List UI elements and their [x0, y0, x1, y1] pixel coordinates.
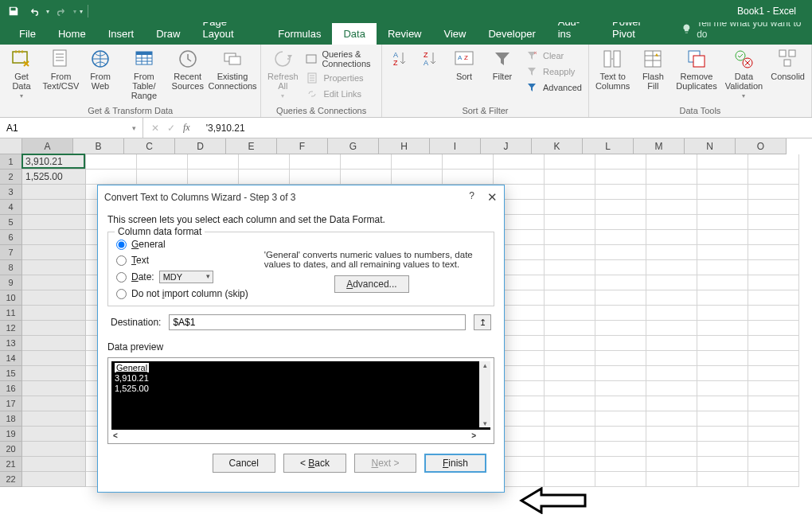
cell[interactable] — [748, 366, 799, 381]
cell[interactable] — [595, 457, 646, 472]
edit-links-button[interactable]: Edit Links — [306, 86, 375, 102]
cell[interactable] — [646, 185, 697, 200]
cell[interactable] — [697, 170, 748, 185]
cell[interactable] — [22, 336, 86, 351]
cell[interactable] — [545, 396, 595, 411]
cell[interactable] — [595, 185, 646, 200]
cell[interactable] — [595, 275, 646, 290]
cell[interactable] — [188, 154, 239, 170]
cell[interactable] — [545, 245, 595, 260]
cell[interactable] — [646, 245, 697, 260]
column-header[interactable]: N — [685, 138, 736, 154]
cell[interactable] — [22, 351, 86, 366]
from-text-csv-button[interactable]: From Text/CSV — [45, 48, 77, 91]
properties-button[interactable]: Properties — [306, 70, 375, 86]
flash-fill-button[interactable]: Flash Fill — [638, 48, 668, 91]
row-header[interactable]: 6 — [0, 230, 22, 245]
row-header[interactable]: 13 — [0, 336, 22, 351]
row-header[interactable]: 22 — [0, 472, 22, 487]
cell[interactable] — [392, 154, 443, 170]
cell[interactable] — [595, 336, 646, 351]
cell[interactable] — [239, 154, 290, 170]
cell[interactable] — [595, 260, 646, 275]
sort-button[interactable]: AZSort — [449, 48, 479, 81]
cell[interactable] — [646, 411, 697, 427]
cell[interactable] — [748, 321, 799, 336]
cell[interactable] — [341, 170, 392, 185]
cell[interactable] — [545, 230, 595, 245]
destination-input[interactable] — [169, 314, 466, 330]
column-header[interactable]: K — [532, 138, 583, 154]
row-header[interactable]: 8 — [0, 260, 22, 275]
cell[interactable] — [748, 275, 799, 290]
row-header[interactable]: 7 — [0, 245, 22, 260]
cell[interactable] — [697, 336, 748, 351]
cell[interactable] — [595, 366, 646, 381]
cell[interactable] — [137, 154, 188, 170]
cell[interactable] — [545, 215, 595, 230]
cell[interactable] — [22, 366, 86, 381]
cell[interactable] — [22, 321, 86, 336]
cell[interactable] — [646, 472, 697, 487]
select-all-corner[interactable] — [0, 138, 22, 154]
cell[interactable] — [22, 230, 86, 245]
cell[interactable] — [748, 245, 799, 260]
column-header[interactable]: J — [481, 138, 532, 154]
formula-value[interactable]: '3,910.21 — [198, 123, 245, 134]
column-header[interactable]: O — [736, 138, 787, 154]
cell[interactable] — [646, 306, 697, 321]
column-header[interactable]: G — [328, 138, 379, 154]
cell[interactable] — [697, 275, 748, 290]
cell[interactable] — [697, 230, 748, 245]
cell[interactable] — [748, 185, 799, 200]
name-box[interactable]: A1▾ — [0, 118, 143, 138]
cell[interactable] — [646, 457, 697, 472]
cell[interactable] — [545, 275, 595, 290]
column-header[interactable]: B — [73, 138, 124, 154]
cell[interactable] — [646, 381, 697, 396]
enter-formula-icon[interactable]: ✓ — [167, 123, 175, 134]
cell[interactable] — [290, 154, 341, 170]
tab-developer[interactable]: Developer — [477, 23, 546, 45]
from-table-range-button[interactable]: From Table/ Range — [123, 48, 165, 100]
cell[interactable] — [646, 396, 697, 411]
cell[interactable] — [86, 154, 137, 170]
cell[interactable] — [545, 185, 595, 200]
cell[interactable] — [545, 260, 595, 275]
cell[interactable] — [545, 290, 595, 306]
cell[interactable] — [697, 351, 748, 366]
row-header[interactable]: 16 — [0, 381, 22, 396]
cell[interactable] — [22, 290, 86, 306]
cell[interactable] — [697, 185, 748, 200]
text-to-columns-button[interactable]: Text to Columns — [595, 48, 630, 91]
row-header[interactable]: 5 — [0, 215, 22, 230]
cell[interactable] — [646, 230, 697, 245]
cell[interactable] — [697, 396, 748, 411]
column-header[interactable]: L — [583, 138, 634, 154]
cell[interactable] — [748, 472, 799, 487]
row-header[interactable]: 19 — [0, 427, 22, 442]
cell[interactable] — [595, 215, 646, 230]
tab-formulas[interactable]: Formulas — [267, 23, 332, 45]
queries-connections-button[interactable]: Queries & Connections — [306, 48, 375, 70]
cell[interactable] — [646, 290, 697, 306]
row-header[interactable]: 4 — [0, 200, 22, 215]
cell[interactable] — [545, 154, 595, 170]
remove-duplicates-button[interactable]: Remove Duplicates — [676, 48, 716, 91]
cell[interactable] — [748, 230, 799, 245]
cell[interactable] — [748, 427, 799, 442]
close-icon[interactable]: ✕ — [487, 190, 498, 205]
radio-general-label[interactable]: General — [131, 239, 166, 250]
cell[interactable] — [748, 306, 799, 321]
row-header[interactable]: 14 — [0, 351, 22, 366]
cell[interactable] — [22, 396, 86, 411]
refresh-all-button[interactable]: Refresh All▾ — [267, 48, 298, 99]
row-header[interactable]: 11 — [0, 306, 22, 321]
cell[interactable] — [697, 154, 748, 170]
cell[interactable] — [22, 472, 86, 487]
cell[interactable] — [595, 306, 646, 321]
cell[interactable] — [290, 170, 341, 185]
cell[interactable] — [748, 260, 799, 275]
tab-data[interactable]: Data — [332, 23, 376, 45]
cell[interactable] — [697, 411, 748, 427]
